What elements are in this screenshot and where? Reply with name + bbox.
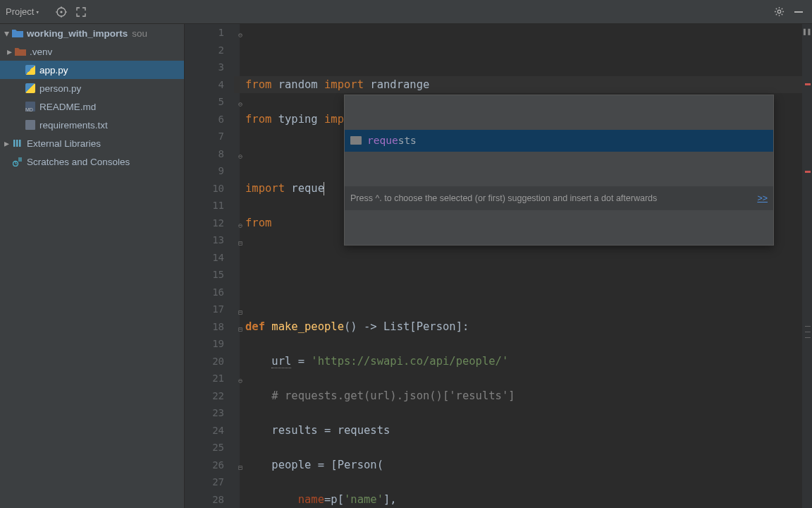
- line-number: 22: [185, 387, 224, 405]
- line-number: 16: [185, 284, 224, 301]
- line-number: 3: [185, 59, 224, 76]
- chevron-right-icon[interactable]: ▸: [1, 138, 11, 149]
- folder-icon: [11, 27, 24, 40]
- toolbar: Project ▾: [0, 0, 812, 24]
- line-number: 15: [185, 266, 224, 284]
- svg-rect-8: [13, 140, 16, 147]
- tree-root-label: working_with_imports: [27, 28, 128, 39]
- tree-label: requirements.txt: [39, 120, 108, 131]
- line-number: 24: [185, 422, 224, 440]
- line-number: 11: [185, 197, 224, 214]
- folder-icon: [14, 45, 27, 58]
- project-label: Project: [6, 6, 34, 17]
- project-tree: ▾ working_with_imports sou ▸ .venv app.p…: [0, 24, 185, 508]
- completion-rest: sts: [398, 135, 417, 146]
- line-number: 28: [185, 491, 224, 509]
- line-number: 13: [185, 231, 224, 249]
- error-stripe[interactable]: ❚❚ — — —: [802, 24, 812, 508]
- inspections-icon[interactable]: ❚❚: [802, 27, 811, 35]
- completion-hint: Press ^. to choose the selected (or firs…: [345, 186, 773, 211]
- tree-label: README.md: [39, 102, 96, 112]
- warning-marker[interactable]: —: [805, 332, 812, 342]
- tree-venv[interactable]: ▸ .venv: [0, 42, 184, 61]
- svg-rect-9: [16, 140, 18, 147]
- tree-label: External Libraries: [27, 138, 101, 149]
- expand-icon[interactable]: [73, 4, 89, 20]
- editor[interactable]: ⊖ ⊖ ⊖ ⊖ ⊟ ⊟ ⊟ ⊖ ⊟ 1234567891011121314151…: [185, 24, 812, 508]
- line-number: 10: [185, 180, 224, 198]
- error-marker[interactable]: [805, 83, 811, 85]
- target-icon[interactable]: [54, 4, 69, 20]
- error-marker[interactable]: [805, 171, 811, 173]
- line-number: 12: [185, 214, 224, 232]
- tree-person[interactable]: person.py: [0, 79, 184, 97]
- tree-label: app.py: [39, 65, 68, 75]
- line-number: 20: [185, 353, 224, 370]
- line-number: 4: [185, 76, 224, 94]
- line-number: 18: [185, 318, 224, 336]
- line-number: 25: [185, 439, 224, 456]
- line-number: 6: [185, 111, 224, 128]
- svg-rect-10: [19, 140, 21, 147]
- markdown-file-icon: [24, 100, 37, 113]
- svg-rect-12: [18, 157, 22, 162]
- scratches-icon: [11, 155, 24, 168]
- tree-ext-libs[interactable]: ▸ External Libraries: [0, 134, 184, 152]
- text-caret: [324, 182, 324, 195]
- line-number: 14: [185, 249, 224, 267]
- python-file-icon: [24, 64, 37, 76]
- svg-rect-7: [794, 11, 803, 13]
- line-number: 21: [185, 370, 224, 387]
- tree-label: .venv: [30, 47, 52, 57]
- text-file-icon: [24, 119, 37, 131]
- completion-hint-text: Press ^. to choose the selected (or firs…: [350, 190, 657, 207]
- project-tool-button[interactable]: Project ▾: [6, 4, 39, 20]
- line-number: 2: [185, 42, 224, 59]
- tree-scratches[interactable]: Scratches and Consoles: [0, 152, 184, 171]
- completion-item[interactable]: requests: [345, 130, 773, 152]
- completion-matched: reque: [367, 135, 398, 146]
- python-file-icon: [24, 82, 37, 95]
- svg-point-1: [60, 11, 62, 13]
- main-area: ▾ working_with_imports sou ▸ .venv app.p…: [0, 24, 812, 508]
- line-number: 9: [185, 162, 224, 180]
- line-number: 17: [185, 301, 224, 318]
- chevron-right-icon[interactable]: ▸: [4, 46, 14, 57]
- chevron-down-icon[interactable]: ▾: [1, 28, 11, 39]
- line-number: 5: [185, 93, 224, 111]
- tree-readme[interactable]: README.md: [0, 97, 184, 116]
- tree-app[interactable]: app.py: [0, 61, 184, 79]
- completion-expand-link[interactable]: >>: [757, 190, 768, 207]
- hide-icon[interactable]: [791, 4, 806, 20]
- tree-label: person.py: [39, 83, 81, 94]
- code-area[interactable]: from random import randrange from typing…: [240, 24, 802, 508]
- line-number: 8: [185, 145, 224, 163]
- line-number: 7: [185, 128, 224, 145]
- library-icon: [11, 137, 24, 150]
- chevron-down-icon: ▾: [35, 8, 39, 16]
- line-number: 27: [185, 473, 224, 491]
- tree-root-hint: sou: [132, 28, 147, 39]
- line-number: 26: [185, 456, 224, 474]
- line-gutter: ⊖ ⊖ ⊖ ⊖ ⊟ ⊟ ⊟ ⊖ ⊟ 1234567891011121314151…: [185, 24, 240, 508]
- tree-label: Scratches and Consoles: [27, 157, 130, 167]
- line-number: 23: [185, 404, 224, 422]
- completion-popup[interactable]: requests Press ^. to choose the selected…: [344, 95, 774, 246]
- tree-root[interactable]: ▾ working_with_imports sou: [0, 24, 184, 42]
- line-number: 1: [185, 24, 224, 42]
- package-icon: [350, 136, 362, 145]
- gear-icon[interactable]: [771, 4, 787, 20]
- tree-reqs[interactable]: requirements.txt: [0, 116, 184, 134]
- svg-point-6: [777, 10, 781, 13]
- line-number: 19: [185, 335, 224, 353]
